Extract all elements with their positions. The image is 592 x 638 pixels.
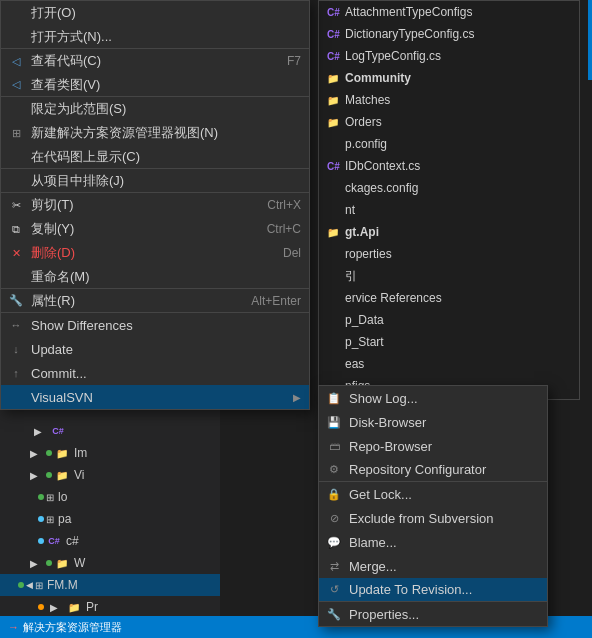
svn-item-label: Repository Configurator	[349, 462, 486, 477]
folder-icon: 📁	[54, 555, 70, 571]
file-item[interactable]: 📁 Matches	[319, 89, 579, 111]
svn-item-disk-browser[interactable]: 💾 Disk-Browser	[319, 410, 547, 434]
svn-item-label: Update To Revision...	[349, 582, 472, 597]
tree-item-selected[interactable]: ◀ ⊞ FM.M	[0, 574, 220, 596]
menu-item-visualsvn[interactable]: VisualSVN ▶	[1, 385, 309, 409]
file-name: Orders	[345, 115, 382, 129]
file-item[interactable]: ervice References	[319, 287, 579, 309]
cs-icon: C#	[46, 533, 62, 549]
diff-icon: ↔	[7, 316, 25, 334]
menu-item-update[interactable]: ↓ Update	[1, 337, 309, 361]
menu-item-cut[interactable]: ✂ 剪切(T) Ctrl+X	[1, 193, 309, 217]
menu-item-copy[interactable]: ⧉ 复制(Y) Ctrl+C	[1, 217, 309, 241]
file-item[interactable]: C# IDbContext.cs	[319, 155, 579, 177]
svn-item-repo-config[interactable]: ⚙ Repository Configurator	[319, 458, 547, 482]
repo-config-icon: ⚙	[325, 461, 343, 479]
svn-item-svn-properties[interactable]: 🔧 Properties...	[319, 602, 547, 626]
menu-item-limit-scope[interactable]: 限定为此范围(S)	[1, 97, 309, 121]
menu-item-delete[interactable]: ✕ 删除(D) Del	[1, 241, 309, 265]
tree-item[interactable]: ▶ 📁 Vi	[0, 464, 220, 486]
menu-label: 查看类图(V)	[31, 76, 100, 94]
tree-item[interactable]: ▶ 📁 Im	[0, 442, 220, 464]
tree-item[interactable]: C# c#	[0, 530, 220, 552]
file-item[interactable]: p_Data	[319, 309, 579, 331]
expand-icon: ▶	[26, 445, 42, 461]
menu-label: 从项目中排除(J)	[31, 172, 124, 190]
file-item[interactable]: 📁 Orders	[319, 111, 579, 133]
copy-icon: ⧉	[7, 220, 25, 238]
svn-item-blame[interactable]: 💬 Blame...	[319, 530, 547, 554]
svn-item-merge[interactable]: ⇄ Merge...	[319, 554, 547, 578]
menu-item-show-diff[interactable]: ↔ Show Differences	[1, 313, 309, 337]
file-item[interactable]: nt	[319, 199, 579, 221]
menu-item-commit[interactable]: ↑ Commit...	[1, 361, 309, 385]
delete-icon: ✕	[7, 244, 25, 262]
menu-label: 复制(Y)	[31, 220, 74, 238]
menu-label: 查看代码(C)	[31, 52, 101, 70]
menu-item-view-code[interactable]: ◁ 查看代码(C) F7	[1, 49, 309, 73]
tree-item[interactable]: ▶ 📁 Pr	[0, 596, 220, 618]
svn-item-repo-browser[interactable]: 🗃 Repo-Browser	[319, 434, 547, 458]
svn-item-label: Repo-Browser	[349, 439, 432, 454]
file-item[interactable]: C# AttachmentTypeConfigs	[319, 1, 579, 23]
folder-icon: 📁	[327, 227, 341, 238]
file-item[interactable]: 引	[319, 265, 579, 287]
tree-item[interactable]: ⊞ pa	[0, 508, 220, 530]
menu-item-new-solution-view[interactable]: ⊞ 新建解决方案资源管理器视图(N)	[1, 121, 309, 145]
menu-label: 重命名(M)	[31, 268, 90, 286]
scrollbar[interactable]	[588, 0, 592, 80]
file-name: AttachmentTypeConfigs	[345, 5, 472, 19]
file-item[interactable]: eas	[319, 353, 579, 375]
svn-item-show-log[interactable]: 📋 Show Log...	[319, 386, 547, 410]
menu-label: 属性(R)	[31, 292, 75, 310]
file-item[interactable]: p.config	[319, 133, 579, 155]
menu-item-open[interactable]: 打开(O)	[1, 1, 309, 25]
svn-item-label: Get Lock...	[349, 487, 412, 502]
file-item-gt-api[interactable]: 📁 gt.Api	[319, 221, 579, 243]
svn-item-update-revision[interactable]: ↺ Update To Revision...	[319, 578, 547, 602]
menu-item-show-diagram[interactable]: 在代码图上显示(C)	[1, 145, 309, 169]
file-name: nt	[345, 203, 355, 217]
tree-item[interactable]: ⊞ lo	[0, 486, 220, 508]
get-lock-icon: 🔒	[325, 485, 343, 503]
cs-icon: C#	[327, 7, 341, 18]
file-name: roperties	[345, 247, 392, 261]
folder-icon: 📁	[327, 117, 341, 128]
merge-icon: ⇄	[325, 557, 343, 575]
svn-item-label: Blame...	[349, 535, 397, 550]
file-item-community[interactable]: 📁 Community	[319, 67, 579, 89]
menu-item-open-with[interactable]: 打开方式(N)...	[1, 25, 309, 49]
expand-icon: ▶	[26, 467, 42, 483]
file-item[interactable]: roperties	[319, 243, 579, 265]
menu-item-properties[interactable]: 🔧 属性(R) Alt+Enter	[1, 289, 309, 313]
file-name: gt.Api	[345, 225, 379, 239]
menu-item-rename[interactable]: 重命名(M)	[1, 265, 309, 289]
svn-submenu: 📋 Show Log... 💾 Disk-Browser 🗃 Repo-Brow…	[318, 385, 548, 627]
file-item[interactable]: ckages.config	[319, 177, 579, 199]
status-dot	[38, 494, 44, 500]
file-list-panel: C# AttachmentTypeConfigs C# DictionaryTy…	[318, 0, 580, 400]
view-code-icon: ◁	[7, 52, 25, 70]
menu-item-view-class[interactable]: ◁ 查看类图(V)	[1, 73, 309, 97]
file-name: ckages.config	[345, 181, 418, 195]
file-item[interactable]: C# DictionaryTypeConfig.cs	[319, 23, 579, 45]
context-menu-left: 打开(O) 打开方式(N)... ◁ 查看代码(C) F7 ◁ 查看类图(V) …	[0, 0, 310, 410]
exclude-icon: ⊘	[325, 509, 343, 527]
svn-item-exclude[interactable]: ⊘ Exclude from Subversion	[319, 506, 547, 530]
commit-icon: ↑	[7, 364, 25, 382]
file-item[interactable]: p_Start	[319, 331, 579, 353]
file-name: Matches	[345, 93, 390, 107]
expand-icon: ▶	[26, 555, 42, 571]
svn-item-get-lock[interactable]: 🔒 Get Lock...	[319, 482, 547, 506]
menu-item-exclude[interactable]: 从项目中排除(J)	[1, 169, 309, 193]
file-tree: ▶ C# ▶ 📁 Im ▶ 📁 Vi ⊞ lo ⊞ pa C# c# ▶ 📁 W…	[0, 420, 220, 638]
folder-icon: 📁	[66, 599, 82, 615]
status-dot	[46, 560, 52, 566]
tree-item[interactable]: ▶ C#	[0, 420, 220, 442]
file-item[interactable]: C# LogTypeConfig.cs	[319, 45, 579, 67]
status-bar-label: 解决方案资源管理器	[23, 620, 122, 635]
shortcut-label: Ctrl+C	[267, 222, 301, 236]
menu-label: 剪切(T)	[31, 196, 74, 214]
cut-icon: ✂	[7, 196, 25, 214]
tree-item[interactable]: ▶ 📁 W	[0, 552, 220, 574]
